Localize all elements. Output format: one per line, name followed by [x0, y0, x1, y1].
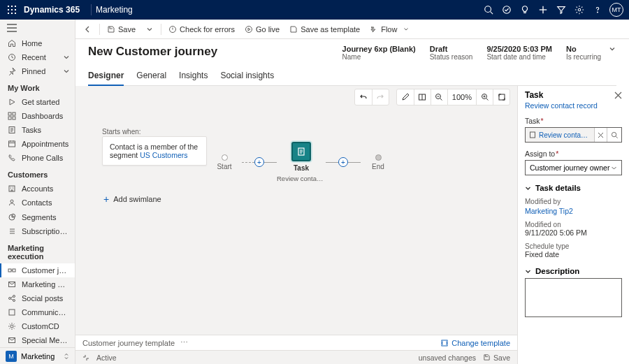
- svg-point-31: [9, 298, 11, 300]
- sidebar-item-social-posts[interactable]: Social posts: [0, 291, 75, 305]
- svg-rect-7: [11, 13, 13, 14]
- template-more-button[interactable]: ⋯: [180, 338, 189, 347]
- save-options-button[interactable]: [141, 21, 158, 38]
- sitemap-sidebar: Home Recent Pinned My Work Get started D…: [0, 20, 75, 364]
- modified-by-link[interactable]: Marketing Tip2: [525, 207, 622, 215]
- svg-rect-42: [499, 94, 505, 100]
- sidebar-item-contacts[interactable]: Contacts: [0, 196, 75, 210]
- flow-button[interactable]: Flow: [366, 21, 414, 38]
- brand-name[interactable]: Dynamics 365: [24, 5, 80, 15]
- status-bar: Active unsaved changes Save: [75, 350, 517, 364]
- help-icon[interactable]: [588, 0, 607, 20]
- save-button[interactable]: Save: [103, 21, 140, 38]
- sidebar-item-subscription-lists[interactable]: Subscription lists: [0, 224, 75, 238]
- sidebar-item-get-started[interactable]: Get started: [0, 95, 75, 109]
- undo-button[interactable]: [355, 89, 372, 105]
- tab-insights[interactable]: Insights: [179, 68, 208, 85]
- chevron-down-icon: [64, 68, 69, 74]
- broadcast-icon: [8, 308, 16, 316]
- add-icon[interactable]: [534, 0, 552, 20]
- sidebar-item-segments[interactable]: Segments: [0, 210, 75, 224]
- flow-icon: [370, 25, 378, 34]
- sidebar-item-dashboards[interactable]: Dashboards: [0, 109, 75, 123]
- task-tile[interactable]: [291, 142, 311, 161]
- change-template-button[interactable]: Change template: [440, 339, 510, 347]
- home-icon: [8, 39, 16, 48]
- assistant-icon[interactable]: [498, 0, 516, 20]
- svg-point-11: [503, 6, 511, 14]
- sidebar-item-communication-d[interactable]: Communication D…: [0, 305, 75, 319]
- area-switcher[interactable]: M Marketing: [0, 347, 75, 364]
- description-section[interactable]: Description: [525, 267, 622, 275]
- app-launcher-icon[interactable]: [6, 6, 18, 14]
- user-avatar[interactable]: MT: [609, 3, 623, 17]
- sidebar-item-special-messages[interactable]: Special Messages: [0, 333, 75, 347]
- record-icon: [528, 131, 537, 139]
- back-icon: [84, 25, 92, 34]
- golive-icon: [245, 25, 253, 34]
- edit-mode-button[interactable]: [397, 89, 414, 105]
- tab-social-insights[interactable]: Social insights: [220, 68, 274, 85]
- header-recurring-value: No: [566, 45, 601, 53]
- header-expand-button[interactable]: [608, 45, 616, 53]
- lookup-search-button[interactable]: [607, 128, 621, 142]
- task-details-section[interactable]: Task details: [525, 184, 622, 192]
- sidebar-item-customcd[interactable]: CustomCD: [0, 319, 75, 333]
- end-node[interactable]: [375, 154, 382, 161]
- sidebar-item-pinned[interactable]: Pinned: [0, 64, 75, 78]
- start-node[interactable]: [222, 154, 228, 161]
- filter-icon[interactable]: [552, 0, 570, 20]
- sidebar-item-marketing-emails[interactable]: Marketing emails: [0, 277, 75, 291]
- tab-designer[interactable]: Designer: [88, 68, 124, 86]
- fit-screen-button[interactable]: [493, 89, 509, 105]
- zoom-in-button[interactable]: [476, 89, 493, 105]
- add-tile-before[interactable]: +: [254, 157, 264, 167]
- svg-rect-4: [11, 9, 13, 10]
- journey-canvas[interactable]: Starts when: Contact is a member of the …: [75, 108, 517, 335]
- start-condition-box[interactable]: Contact is a member of the segment US Cu…: [102, 136, 207, 166]
- zoom-level[interactable]: 100%: [447, 89, 476, 105]
- sidebar-item-customer-journeys[interactable]: Customer journeys: [0, 263, 75, 277]
- save-template-button[interactable]: Save as template: [285, 21, 364, 38]
- calendar-icon: [8, 140, 16, 148]
- sidebar-item-accounts[interactable]: Accounts: [0, 182, 75, 196]
- svg-line-10: [491, 12, 493, 15]
- segment-link[interactable]: US Customers: [140, 151, 187, 159]
- check-errors-button[interactable]: Check for errors: [164, 21, 239, 38]
- assign-to-select[interactable]: Customer journey owner: [525, 160, 622, 175]
- sidebar-item-appointments[interactable]: Appointments: [0, 137, 75, 151]
- zoom-out-button[interactable]: [431, 89, 447, 105]
- sidebar-item-tasks[interactable]: Tasks: [0, 123, 75, 137]
- gear-icon: [8, 322, 16, 330]
- settings-icon[interactable]: [570, 0, 588, 20]
- svg-point-32: [13, 296, 15, 298]
- task-lookup[interactable]: Review contact record: [525, 127, 622, 143]
- snapshot-button[interactable]: [414, 89, 431, 105]
- app-module-name[interactable]: Marketing: [96, 5, 133, 15]
- lightbulb-icon[interactable]: [516, 0, 534, 20]
- add-swimlane-button[interactable]: +Add swimlane: [103, 194, 161, 205]
- search-icon[interactable]: [479, 0, 498, 20]
- status-expand-button[interactable]: [82, 354, 89, 361]
- sidebar-item-phone-calls[interactable]: Phone Calls: [0, 151, 75, 165]
- close-pane-button[interactable]: [614, 92, 622, 99]
- sidebar-toggle[interactable]: [0, 20, 75, 36]
- svg-rect-0: [8, 6, 9, 7]
- clear-lookup-button[interactable]: [595, 128, 607, 142]
- tab-general[interactable]: General: [136, 68, 166, 85]
- play-icon: [8, 98, 16, 106]
- sidebar-group-customers: Customers: [0, 165, 75, 182]
- back-button[interactable]: [80, 21, 96, 38]
- svg-point-9: [485, 6, 491, 13]
- description-textarea[interactable]: [525, 278, 622, 317]
- journey-icon: [8, 266, 16, 275]
- sidebar-item-home[interactable]: Home: [0, 36, 75, 50]
- redo-button[interactable]: [372, 89, 389, 105]
- go-live-button[interactable]: Go live: [240, 21, 284, 38]
- footer-save-button[interactable]: Save: [483, 354, 510, 362]
- template-name: Customer journey template: [82, 339, 175, 347]
- pane-subtitle-link[interactable]: Review contact record: [525, 101, 622, 110]
- add-tile-after[interactable]: +: [338, 157, 348, 167]
- sidebar-item-recent[interactable]: Recent: [0, 50, 75, 64]
- assign-to-label: Assign to: [525, 150, 622, 158]
